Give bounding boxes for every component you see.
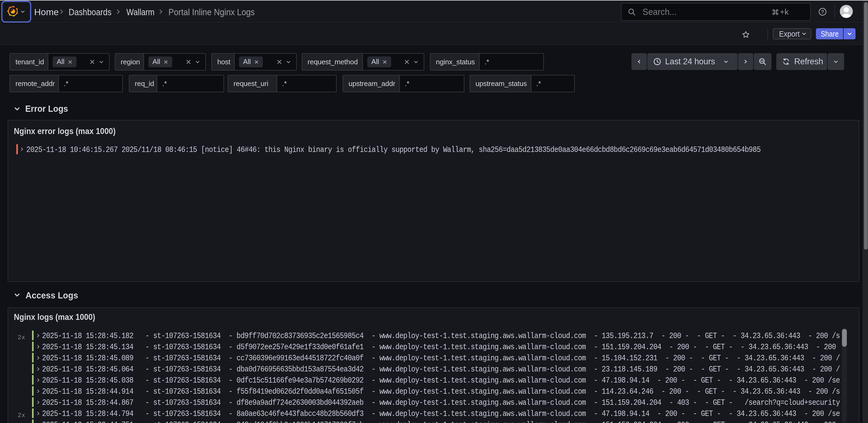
svg-text:?: ? <box>821 9 824 14</box>
